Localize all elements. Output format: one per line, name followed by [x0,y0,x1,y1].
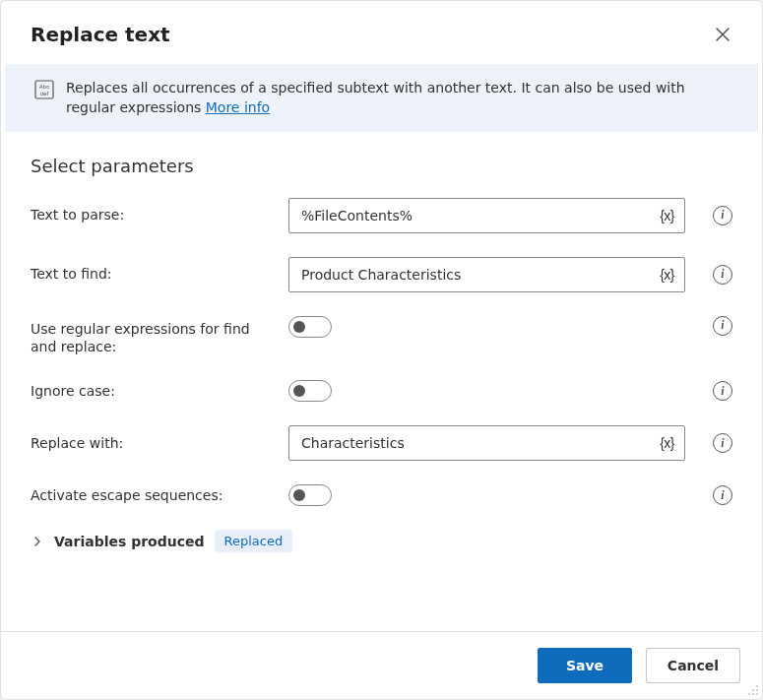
svg-point-4 [752,689,754,691]
row-text-to-parse: Text to parse: %FileContents% {x} i [31,198,732,233]
variables-produced-toggle[interactable]: Variables produced [54,534,205,549]
svg-text:Abc: Abc [39,84,49,90]
info-icon[interactable]: i [713,316,732,336]
svg-point-6 [748,693,750,695]
svg-point-8 [756,693,758,695]
resize-grip-icon[interactable] [746,683,760,697]
section-title: Select parameters [31,156,732,176]
row-ignore-case: Ignore case: i [31,380,732,402]
replace-text-dialog: Replace text Abc def Replaces all occurr… [0,0,763,700]
dialog-title: Replace text [31,23,170,46]
close-button[interactable] [707,19,738,50]
row-text-to-find: Text to find: Product Characteristics {x… [31,257,732,292]
abc-def-icon: Abc def [34,80,54,104]
label-use-regex: Use regular expressions for find and rep… [31,316,275,357]
info-icon[interactable]: i [713,433,732,453]
svg-text:def: def [40,91,49,96]
save-button[interactable]: Save [538,648,632,683]
insert-variable-button[interactable]: {x} [656,265,678,285]
insert-variable-button[interactable]: {x} [656,206,678,225]
info-icon[interactable]: i [713,265,732,285]
svg-point-7 [752,693,754,695]
use-regex-toggle[interactable] [288,316,332,338]
svg-point-5 [756,689,758,691]
info-icon[interactable]: i [713,485,732,505]
variable-chip-replaced[interactable]: Replaced [215,530,293,552]
activate-esc-toggle[interactable] [288,484,332,506]
row-use-regex: Use regular expressions for find and rep… [31,316,732,357]
svg-point-3 [756,685,758,687]
label-ignore-case: Ignore case: [31,382,275,401]
text-to-find-input[interactable]: Product Characteristics {x} [288,257,685,292]
label-activate-esc: Activate escape sequences: [31,486,275,505]
insert-variable-button[interactable]: {x} [656,433,678,453]
dialog-header: Replace text [1,1,762,64]
banner-text: Replaces all occurrences of a specified … [66,78,731,118]
dialog-body: Select parameters Text to parse: %FileCo… [1,132,762,631]
info-banner: Abc def Replaces all occurrences of a sp… [5,64,758,132]
ignore-case-toggle[interactable] [288,380,332,402]
variables-produced-row: Variables produced Replaced [31,530,732,552]
label-text-to-parse: Text to parse: [31,206,275,224]
text-to-parse-input[interactable]: %FileContents% {x} [288,198,685,233]
chevron-right-icon[interactable] [31,535,44,548]
info-icon[interactable]: i [713,206,732,225]
close-icon [716,28,730,41]
row-activate-esc: Activate escape sequences: i [31,484,732,506]
cancel-button[interactable]: Cancel [646,648,740,683]
info-icon[interactable]: i [713,381,732,401]
label-text-to-find: Text to find: [31,265,275,284]
more-info-link[interactable]: More info [206,99,270,115]
replace-with-input[interactable]: Characteristics {x} [288,425,685,461]
dialog-footer: Save Cancel [1,631,762,699]
row-replace-with: Replace with: Characteristics {x} i [31,425,732,461]
label-replace-with: Replace with: [31,434,275,453]
